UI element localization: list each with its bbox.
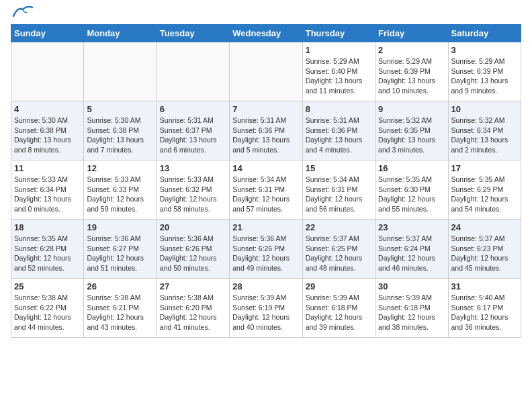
logo-bird-icon — [12, 4, 34, 19]
day-number: 19 — [87, 222, 153, 232]
calendar-cell: 15Sunrise: 5:34 AM Sunset: 6:31 PM Dayli… — [302, 161, 375, 220]
day-number: 17 — [451, 163, 518, 173]
day-info: Sunrise: 5:37 AM Sunset: 6:23 PM Dayligh… — [451, 234, 518, 273]
day-number: 4 — [14, 104, 81, 114]
calendar-cell: 4Sunrise: 5:30 AM Sunset: 6:38 PM Daylig… — [11, 101, 84, 161]
calendar-cell: 16Sunrise: 5:35 AM Sunset: 6:30 PM Dayli… — [375, 161, 448, 220]
col-header-thursday: Thursday — [302, 25, 375, 42]
calendar-cell — [230, 42, 302, 101]
calendar-cell: 22Sunrise: 5:37 AM Sunset: 6:25 PM Dayli… — [302, 220, 375, 279]
day-info: Sunrise: 5:32 AM Sunset: 6:35 PM Dayligh… — [378, 116, 445, 155]
day-number: 23 — [378, 222, 445, 232]
day-number: 9 — [378, 104, 445, 114]
calendar-cell: 30Sunrise: 5:39 AM Sunset: 6:18 PM Dayli… — [375, 279, 448, 338]
day-number: 7 — [232, 104, 299, 114]
calendar-week-row: 11Sunrise: 5:33 AM Sunset: 6:34 PM Dayli… — [11, 161, 521, 220]
day-info: Sunrise: 5:31 AM Sunset: 6:36 PM Dayligh… — [306, 116, 372, 155]
calendar-week-row: 1Sunrise: 5:29 AM Sunset: 6:40 PM Daylig… — [11, 42, 521, 101]
col-header-tuesday: Tuesday — [157, 25, 229, 42]
day-number: 29 — [306, 281, 372, 291]
day-info: Sunrise: 5:37 AM Sunset: 6:24 PM Dayligh… — [378, 234, 445, 273]
calendar-cell: 7Sunrise: 5:31 AM Sunset: 6:36 PM Daylig… — [230, 101, 302, 161]
day-number: 2 — [378, 45, 445, 55]
calendar-cell: 19Sunrise: 5:36 AM Sunset: 6:27 PM Dayli… — [84, 220, 157, 279]
calendar-header-row: SundayMondayTuesdayWednesdayThursdayFrid… — [11, 25, 521, 42]
calendar-cell: 14Sunrise: 5:34 AM Sunset: 6:31 PM Dayli… — [230, 161, 302, 220]
day-number: 31 — [451, 281, 518, 291]
calendar-cell — [84, 42, 157, 101]
col-header-saturday: Saturday — [448, 25, 521, 42]
col-header-friday: Friday — [375, 25, 448, 42]
day-number: 13 — [160, 163, 226, 173]
col-header-monday: Monday — [84, 25, 157, 42]
day-info: Sunrise: 5:34 AM Sunset: 6:31 PM Dayligh… — [306, 175, 372, 214]
day-number: 25 — [14, 281, 81, 291]
day-info: Sunrise: 5:39 AM Sunset: 6:18 PM Dayligh… — [306, 293, 372, 332]
day-info: Sunrise: 5:32 AM Sunset: 6:34 PM Dayligh… — [451, 116, 518, 155]
day-info: Sunrise: 5:38 AM Sunset: 6:21 PM Dayligh… — [87, 293, 153, 332]
logo — [11, 11, 34, 19]
day-number: 24 — [451, 222, 518, 232]
day-info: Sunrise: 5:29 AM Sunset: 6:39 PM Dayligh… — [451, 56, 518, 96]
day-info: Sunrise: 5:30 AM Sunset: 6:38 PM Dayligh… — [14, 116, 81, 155]
calendar-cell: 13Sunrise: 5:33 AM Sunset: 6:32 PM Dayli… — [157, 161, 229, 220]
calendar-cell: 9Sunrise: 5:32 AM Sunset: 6:35 PM Daylig… — [375, 101, 448, 161]
calendar-cell: 5Sunrise: 5:30 AM Sunset: 6:38 PM Daylig… — [84, 101, 157, 161]
day-number: 6 — [160, 104, 226, 114]
day-info: Sunrise: 5:36 AM Sunset: 6:26 PM Dayligh… — [160, 234, 226, 273]
col-header-wednesday: Wednesday — [230, 25, 302, 42]
day-number: 16 — [378, 163, 445, 173]
day-info: Sunrise: 5:34 AM Sunset: 6:31 PM Dayligh… — [232, 175, 299, 214]
day-number: 15 — [306, 163, 372, 173]
day-number: 21 — [232, 222, 299, 232]
calendar-week-row: 25Sunrise: 5:38 AM Sunset: 6:22 PM Dayli… — [11, 279, 521, 338]
day-info: Sunrise: 5:29 AM Sunset: 6:39 PM Dayligh… — [378, 56, 445, 96]
calendar-table: SundayMondayTuesdayWednesdayThursdayFrid… — [11, 24, 521, 338]
day-number: 8 — [306, 104, 372, 114]
day-number: 30 — [378, 281, 445, 291]
calendar-cell: 10Sunrise: 5:32 AM Sunset: 6:34 PM Dayli… — [448, 101, 521, 161]
day-info: Sunrise: 5:39 AM Sunset: 6:18 PM Dayligh… — [378, 293, 445, 332]
day-number: 11 — [14, 163, 81, 173]
day-number: 20 — [160, 222, 226, 232]
calendar-cell — [11, 42, 84, 101]
day-number: 22 — [306, 222, 372, 232]
calendar-cell: 29Sunrise: 5:39 AM Sunset: 6:18 PM Dayli… — [302, 279, 375, 338]
day-info: Sunrise: 5:30 AM Sunset: 6:38 PM Dayligh… — [87, 116, 153, 155]
day-info: Sunrise: 5:37 AM Sunset: 6:25 PM Dayligh… — [306, 234, 372, 273]
calendar-cell: 25Sunrise: 5:38 AM Sunset: 6:22 PM Dayli… — [11, 279, 84, 338]
calendar-cell: 24Sunrise: 5:37 AM Sunset: 6:23 PM Dayli… — [448, 220, 521, 279]
day-info: Sunrise: 5:33 AM Sunset: 6:34 PM Dayligh… — [14, 175, 81, 214]
calendar-cell: 18Sunrise: 5:35 AM Sunset: 6:28 PM Dayli… — [11, 220, 84, 279]
day-number: 10 — [451, 104, 518, 114]
calendar-cell: 8Sunrise: 5:31 AM Sunset: 6:36 PM Daylig… — [302, 101, 375, 161]
calendar-cell: 1Sunrise: 5:29 AM Sunset: 6:40 PM Daylig… — [302, 42, 375, 101]
calendar-cell: 12Sunrise: 5:33 AM Sunset: 6:33 PM Dayli… — [84, 161, 157, 220]
day-info: Sunrise: 5:33 AM Sunset: 6:32 PM Dayligh… — [160, 175, 226, 214]
day-info: Sunrise: 5:31 AM Sunset: 6:36 PM Dayligh… — [232, 116, 299, 155]
calendar-cell — [157, 42, 229, 101]
calendar-week-row: 4Sunrise: 5:30 AM Sunset: 6:38 PM Daylig… — [11, 101, 521, 161]
calendar-cell: 28Sunrise: 5:39 AM Sunset: 6:19 PM Dayli… — [230, 279, 302, 338]
calendar-week-row: 18Sunrise: 5:35 AM Sunset: 6:28 PM Dayli… — [11, 220, 521, 279]
day-info: Sunrise: 5:36 AM Sunset: 6:26 PM Dayligh… — [232, 234, 299, 273]
calendar-cell: 23Sunrise: 5:37 AM Sunset: 6:24 PM Dayli… — [375, 220, 448, 279]
col-header-sunday: Sunday — [11, 25, 84, 42]
day-number: 28 — [232, 281, 299, 291]
day-info: Sunrise: 5:40 AM Sunset: 6:17 PM Dayligh… — [451, 293, 518, 332]
calendar-cell: 21Sunrise: 5:36 AM Sunset: 6:26 PM Dayli… — [230, 220, 302, 279]
day-number: 3 — [451, 45, 518, 55]
day-number: 26 — [87, 281, 153, 291]
day-info: Sunrise: 5:35 AM Sunset: 6:28 PM Dayligh… — [14, 234, 81, 273]
calendar-cell: 27Sunrise: 5:38 AM Sunset: 6:20 PM Dayli… — [157, 279, 229, 338]
calendar-cell: 31Sunrise: 5:40 AM Sunset: 6:17 PM Dayli… — [448, 279, 521, 338]
calendar-cell: 17Sunrise: 5:35 AM Sunset: 6:29 PM Dayli… — [448, 161, 521, 220]
calendar-cell: 11Sunrise: 5:33 AM Sunset: 6:34 PM Dayli… — [11, 161, 84, 220]
day-info: Sunrise: 5:33 AM Sunset: 6:33 PM Dayligh… — [87, 175, 153, 214]
header — [11, 11, 521, 19]
day-info: Sunrise: 5:36 AM Sunset: 6:27 PM Dayligh… — [87, 234, 153, 273]
day-info: Sunrise: 5:31 AM Sunset: 6:37 PM Dayligh… — [160, 116, 226, 155]
calendar-body: 1Sunrise: 5:29 AM Sunset: 6:40 PM Daylig… — [11, 42, 521, 338]
day-number: 12 — [87, 163, 153, 173]
day-info: Sunrise: 5:29 AM Sunset: 6:40 PM Dayligh… — [306, 56, 372, 96]
